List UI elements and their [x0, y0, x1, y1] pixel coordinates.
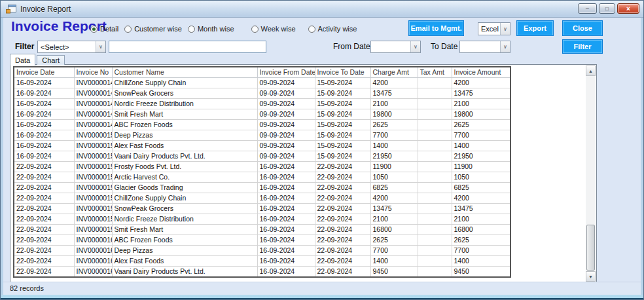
maximize-button[interactable]: □ — [599, 3, 615, 14]
scrollbar-thumb[interactable] — [586, 225, 595, 271]
radio-button-icon — [308, 26, 315, 33]
status-bar: 82 records — [3, 282, 641, 295]
radio-detail[interactable]: Detail — [90, 25, 118, 33]
column-header[interactable]: Invoice From Date — [257, 67, 315, 77]
table-cell: 2100 — [452, 214, 510, 224]
tab-data[interactable]: Data — [10, 54, 35, 66]
table-cell: INV00000157 — [74, 203, 112, 214]
table-row[interactable]: 22-09-2024INV00000153Frosty Foods Pvt. L… — [14, 161, 510, 172]
table-row[interactable]: 22-09-2024INV00000154Arctic Harvest Co.1… — [14, 172, 510, 182]
to-date-picker[interactable]: ∨ — [459, 41, 510, 53]
scroll-up-button[interactable]: ▲ — [586, 66, 596, 76]
table-row[interactable]: 16-09-2024INV00000148Smit Fresh Mart09-0… — [14, 109, 510, 119]
table-cell: 1400 — [370, 140, 418, 151]
table-cell: SnowPeak Grocers — [112, 88, 257, 98]
table-cell: 16-09-2024 — [257, 172, 315, 182]
from-date-picker[interactable]: ∨ — [370, 41, 421, 53]
export-button[interactable]: Export — [516, 20, 554, 36]
table-cell — [418, 214, 452, 224]
table-cell: INV00000145 — [74, 77, 112, 88]
column-header[interactable]: Customer Name — [112, 67, 257, 77]
radio-customer-wise[interactable]: Customer wise — [124, 25, 182, 33]
column-header[interactable]: Invoice To Date — [315, 67, 370, 77]
table-cell: 2625 — [370, 234, 418, 245]
minimize-button[interactable]: – — [578, 3, 597, 14]
table-cell: 21950 — [452, 151, 510, 161]
invoice-table: Invoice DateInvoice NoCustomer NameInvoi… — [13, 66, 511, 278]
close-button[interactable]: Close — [562, 20, 603, 36]
table-row[interactable]: 22-09-2024INV00000156ChillZone Supply Ch… — [14, 193, 510, 203]
table-cell: 16-09-2024 — [257, 161, 315, 172]
table-cell: 22-09-2024 — [14, 224, 74, 234]
window-frame-bottom — [1, 295, 643, 299]
filter-button[interactable]: Filter — [562, 39, 603, 54]
table-row[interactable]: 22-09-2024INV00000163Vaani Dairy Product… — [14, 266, 510, 277]
table-cell: INV00000147 — [74, 98, 112, 109]
table-cell: 16-09-2024 — [257, 214, 315, 224]
table-row[interactable]: 16-09-2024INV00000151Alex Fast Foods09-0… — [14, 140, 510, 151]
scroll-down-button[interactable]: ▼ — [586, 271, 596, 282]
table-row[interactable]: 16-09-2024INV00000145ChillZone Supply Ch… — [14, 77, 510, 88]
table-cell: 22-09-2024 — [14, 193, 74, 203]
filter-field-select[interactable]: <Select> ∨ — [37, 41, 106, 53]
column-header[interactable]: Invoice No — [74, 67, 112, 77]
table-cell: 19800 — [452, 109, 510, 119]
to-date-label: To Date — [431, 42, 457, 51]
table-cell: INV00000158 — [74, 214, 112, 224]
table-cell: 09-09-2024 — [257, 151, 315, 161]
column-header[interactable]: Tax Amt — [418, 67, 452, 77]
table-row[interactable]: 22-09-2024INV00000159Smit Fresh Mart16-0… — [14, 224, 510, 234]
table-cell: 16-09-2024 — [14, 88, 74, 98]
column-header[interactable]: Charge Amt — [370, 67, 418, 77]
radio-label: Detail — [100, 25, 118, 33]
table-row[interactable]: 16-09-2024INV00000149ABC Frozen Foods09-… — [14, 119, 510, 130]
table-row[interactable]: 16-09-2024INV00000147Nordic Freeze Distr… — [14, 98, 510, 109]
table-row[interactable]: 16-09-2024INV00000152Vaani Dairy Product… — [14, 151, 510, 161]
radio-month-wise[interactable]: Month wise — [188, 25, 234, 33]
column-header[interactable]: Invoice Date — [14, 67, 74, 77]
table-row[interactable]: 22-09-2024INV00000158Nordic Freeze Distr… — [14, 214, 510, 224]
column-header[interactable]: Invoice Amount — [452, 67, 510, 77]
table-cell: Deep Pizzas — [112, 245, 257, 255]
table-cell: 22-09-2024 — [315, 245, 370, 255]
table-cell: 2100 — [452, 98, 510, 109]
table-cell: 22-09-2024 — [14, 203, 74, 214]
tab-chart[interactable]: Chart — [37, 55, 65, 65]
radio-button-icon — [251, 26, 259, 33]
table-cell: Vaani Dairy Products Pvt. Ltd. — [112, 266, 257, 277]
table-cell: 4200 — [370, 193, 418, 203]
table-cell: 22-09-2024 — [315, 214, 370, 224]
table-cell: 22-09-2024 — [14, 161, 74, 172]
close-window-button[interactable]: × — [617, 3, 639, 14]
table-cell: Glacier Goods Trading — [112, 182, 257, 193]
table-cell — [418, 88, 452, 98]
table-row[interactable]: 22-09-2024INV00000162Alex Fast Foods16-0… — [14, 255, 510, 266]
data-panel: Invoice DateInvoice NoCustomer NameInvoi… — [10, 64, 597, 283]
radio-activity-wise[interactable]: Activity wise — [308, 25, 357, 33]
from-date-label: From Date — [333, 42, 370, 51]
table-cell: 15-09-2024 — [315, 77, 370, 88]
table-row[interactable]: 22-09-2024INV00000155Glacier Goods Tradi… — [14, 182, 510, 193]
table-cell: 16-09-2024 — [257, 234, 315, 245]
close-icon: × — [626, 5, 630, 12]
table-row[interactable]: 22-09-2024INV00000161Deep Pizzas16-09-20… — [14, 245, 510, 255]
export-format-select[interactable]: Excel ∨ — [478, 22, 510, 35]
table-cell: 19800 — [370, 109, 418, 119]
table-cell: 22-09-2024 — [315, 172, 370, 182]
table-cell: INV00000152 — [74, 151, 112, 161]
radio-week-wise[interactable]: Week wise — [251, 25, 296, 33]
filter-text-input[interactable] — [109, 41, 266, 53]
table-row[interactable]: 16-09-2024INV00000146SnowPeak Grocers09-… — [14, 88, 510, 98]
title-bar[interactable]: Invoice Report – □ × — [1, 1, 643, 18]
table-row[interactable]: 22-09-2024INV00000157SnowPeak Grocers16-… — [14, 203, 510, 214]
table-row[interactable]: 22-09-2024INV00000160ABC Frozen Foods16-… — [14, 234, 510, 245]
table-cell: 09-09-2024 — [257, 88, 315, 98]
table-cell: 16-09-2024 — [257, 255, 315, 266]
table-cell: Nordic Freeze Distribution — [112, 98, 257, 109]
export-format-value: Excel — [478, 25, 500, 33]
email-to-mgmt-button[interactable]: Email to Mgmt. — [408, 20, 464, 36]
table-cell: 11900 — [452, 161, 510, 172]
table-cell: Arctic Harvest Co. — [112, 172, 257, 182]
table-row[interactable]: 16-09-2024INV00000150Deep Pizzas09-09-20… — [14, 130, 510, 140]
vertical-scrollbar[interactable]: ▲ ▼ — [586, 66, 596, 282]
